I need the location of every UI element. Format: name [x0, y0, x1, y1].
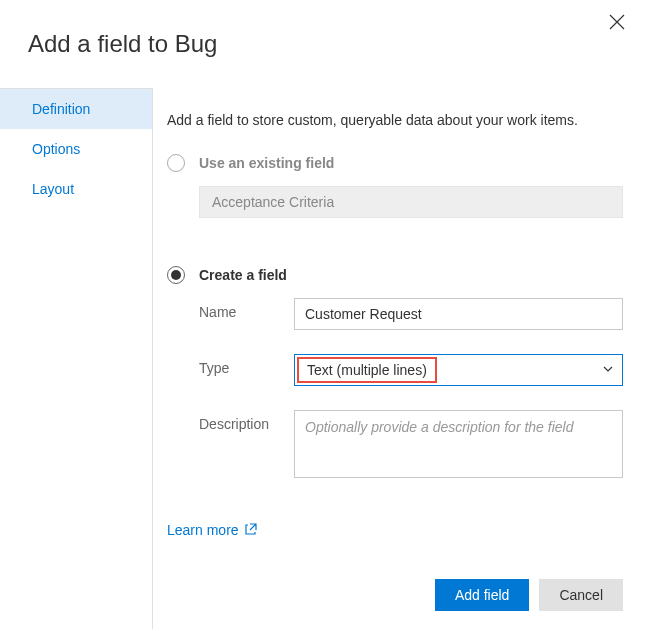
tab-definition[interactable]: Definition: [0, 89, 152, 129]
tab-layout[interactable]: Layout: [0, 169, 152, 209]
type-row: Type Text (multiple lines): [167, 354, 623, 386]
radio-use-existing[interactable]: [167, 154, 185, 172]
radio-row-create: Create a field: [167, 266, 623, 284]
external-link-icon: [245, 522, 257, 538]
radio-use-existing-label: Use an existing field: [199, 155, 334, 171]
learn-more-label: Learn more: [167, 522, 239, 538]
close-icon[interactable]: [609, 14, 625, 30]
learn-more-link[interactable]: Learn more: [167, 522, 257, 538]
cancel-button[interactable]: Cancel: [539, 579, 623, 611]
name-row: Name: [167, 298, 623, 330]
description-row: Description: [167, 410, 623, 478]
tab-list: Definition Options Layout: [0, 88, 153, 629]
type-select[interactable]: Text (multiple lines): [294, 354, 623, 386]
description-label: Description: [199, 410, 294, 432]
chevron-down-icon: [594, 361, 622, 379]
dialog-footer: Add field Cancel: [435, 579, 623, 611]
existing-field-input: Acceptance Criteria: [199, 186, 623, 218]
name-label: Name: [199, 298, 294, 320]
panel-description: Add a field to store custom, queryable d…: [167, 112, 623, 128]
type-select-value: Text (multiple lines): [297, 357, 437, 383]
dialog-title: Add a field to Bug: [0, 0, 645, 58]
add-field-button[interactable]: Add field: [435, 579, 529, 611]
radio-row-existing: Use an existing field: [167, 154, 623, 172]
type-label: Type: [199, 354, 294, 376]
radio-create-field[interactable]: [167, 266, 185, 284]
tab-options[interactable]: Options: [0, 129, 152, 169]
tab-panel-definition: Add a field to store custom, queryable d…: [153, 88, 645, 629]
radio-create-field-label: Create a field: [199, 267, 287, 283]
existing-field-row: Acceptance Criteria: [167, 186, 623, 218]
description-input[interactable]: [294, 410, 623, 478]
name-input[interactable]: [294, 298, 623, 330]
